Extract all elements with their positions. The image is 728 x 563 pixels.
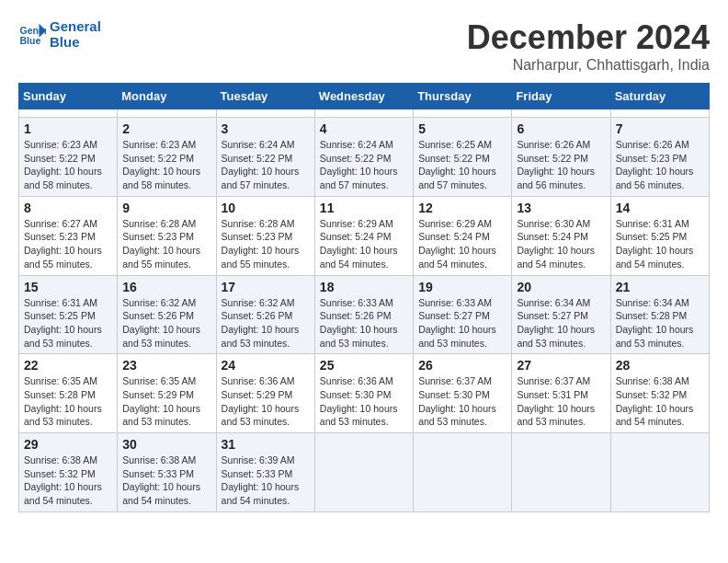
col-sunday: Sunday [19, 84, 118, 109]
day-number: 28 [616, 358, 704, 373]
calendar-cell [19, 109, 118, 118]
calendar-cell [610, 109, 709, 118]
day-info: Sunrise: 6:29 AM Sunset: 5:24 PM Dayligh… [320, 217, 408, 271]
day-number: 7 [616, 121, 704, 136]
day-number: 14 [616, 201, 704, 215]
day-number: 23 [122, 358, 210, 373]
day-number: 26 [418, 358, 506, 373]
day-info: Sunrise: 6:30 AM Sunset: 5:24 PM Dayligh… [517, 217, 605, 271]
calendar-table: Sunday Monday Tuesday Wednesday Thursday… [18, 83, 710, 512]
calendar-cell: 3Sunrise: 6:24 AM Sunset: 5:22 PM Daylig… [216, 118, 314, 197]
month-title: December 2024 [467, 18, 710, 57]
day-number: 10 [222, 201, 310, 215]
calendar-cell: 20Sunrise: 6:34 AM Sunset: 5:27 PM Dayli… [512, 275, 610, 354]
day-number: 9 [122, 201, 210, 215]
calendar-row-0 [19, 109, 710, 118]
day-number: 4 [320, 121, 408, 136]
day-number: 29 [24, 437, 112, 452]
day-number: 19 [418, 280, 506, 294]
calendar-cell [512, 433, 610, 512]
day-number: 1 [24, 121, 112, 136]
day-info: Sunrise: 6:31 AM Sunset: 5:25 PM Dayligh… [24, 296, 112, 350]
svg-text:Blue: Blue [20, 35, 41, 46]
day-info: Sunrise: 6:33 AM Sunset: 5:26 PM Dayligh… [320, 296, 408, 350]
day-info: Sunrise: 6:38 AM Sunset: 5:32 PM Dayligh… [616, 374, 704, 429]
calendar-cell: 22Sunrise: 6:35 AM Sunset: 5:28 PM Dayli… [19, 354, 118, 433]
calendar-cell [314, 109, 413, 118]
day-info: Sunrise: 6:28 AM Sunset: 5:23 PM Dayligh… [222, 217, 310, 271]
day-info: Sunrise: 6:35 AM Sunset: 5:29 PM Dayligh… [122, 374, 210, 429]
calendar-cell [414, 109, 512, 118]
day-info: Sunrise: 6:26 AM Sunset: 5:23 PM Dayligh… [616, 138, 704, 192]
day-number: 16 [122, 280, 210, 294]
day-number: 20 [517, 280, 605, 294]
day-info: Sunrise: 6:37 AM Sunset: 5:30 PM Dayligh… [418, 374, 506, 429]
calendar-cell: 23Sunrise: 6:35 AM Sunset: 5:29 PM Dayli… [118, 354, 216, 433]
calendar-cell [610, 433, 709, 512]
col-saturday: Saturday [610, 84, 709, 109]
calendar-cell: 12Sunrise: 6:29 AM Sunset: 5:24 PM Dayli… [414, 196, 512, 275]
calendar-cell: 25Sunrise: 6:36 AM Sunset: 5:30 PM Dayli… [314, 354, 413, 433]
calendar-cell: 21Sunrise: 6:34 AM Sunset: 5:28 PM Dayli… [610, 275, 709, 354]
calendar-cell: 9Sunrise: 6:28 AM Sunset: 5:23 PM Daylig… [118, 196, 216, 275]
day-number: 3 [222, 121, 310, 136]
day-number: 17 [222, 280, 310, 294]
day-number: 15 [24, 280, 112, 294]
day-info: Sunrise: 6:32 AM Sunset: 5:26 PM Dayligh… [222, 296, 310, 350]
calendar-cell: 4Sunrise: 6:24 AM Sunset: 5:22 PM Daylig… [314, 118, 413, 197]
day-info: Sunrise: 6:32 AM Sunset: 5:26 PM Dayligh… [122, 296, 210, 350]
day-number: 31 [222, 437, 310, 452]
day-info: Sunrise: 6:24 AM Sunset: 5:22 PM Dayligh… [222, 138, 310, 192]
day-info: Sunrise: 6:39 AM Sunset: 5:33 PM Dayligh… [222, 454, 310, 508]
calendar-cell: 28Sunrise: 6:38 AM Sunset: 5:32 PM Dayli… [610, 354, 709, 433]
day-number: 25 [320, 358, 408, 373]
calendar-cell [314, 433, 413, 512]
calendar-cell: 16Sunrise: 6:32 AM Sunset: 5:26 PM Dayli… [118, 275, 216, 354]
day-info: Sunrise: 6:23 AM Sunset: 5:22 PM Dayligh… [122, 138, 210, 192]
calendar-row-3: 15Sunrise: 6:31 AM Sunset: 5:25 PM Dayli… [19, 275, 710, 354]
calendar-cell: 30Sunrise: 6:38 AM Sunset: 5:33 PM Dayli… [118, 433, 216, 512]
day-info: Sunrise: 6:35 AM Sunset: 5:28 PM Dayligh… [24, 374, 112, 429]
calendar-cell: 8Sunrise: 6:27 AM Sunset: 5:23 PM Daylig… [19, 196, 118, 275]
day-info: Sunrise: 6:25 AM Sunset: 5:22 PM Dayligh… [418, 138, 506, 192]
day-number: 2 [122, 121, 210, 136]
calendar-header-row: Sunday Monday Tuesday Wednesday Thursday… [19, 84, 710, 109]
day-number: 21 [616, 280, 704, 294]
calendar-cell: 15Sunrise: 6:31 AM Sunset: 5:25 PM Dayli… [19, 275, 118, 354]
title-block: December 2024 Narharpur, Chhattisgarh, I… [467, 18, 710, 74]
calendar-cell: 26Sunrise: 6:37 AM Sunset: 5:30 PM Dayli… [414, 354, 512, 433]
location-title: Narharpur, Chhattisgarh, India [467, 57, 710, 74]
col-wednesday: Wednesday [314, 84, 413, 109]
calendar-cell: 11Sunrise: 6:29 AM Sunset: 5:24 PM Dayli… [314, 196, 413, 275]
day-number: 18 [320, 280, 408, 294]
logo-line1: General [50, 18, 101, 34]
day-info: Sunrise: 6:23 AM Sunset: 5:22 PM Dayligh… [24, 138, 112, 192]
day-info: Sunrise: 6:26 AM Sunset: 5:22 PM Dayligh… [517, 138, 605, 192]
calendar-cell [216, 109, 314, 118]
day-info: Sunrise: 6:38 AM Sunset: 5:32 PM Dayligh… [24, 454, 112, 508]
page-header: General Blue General Blue December 2024 … [18, 18, 710, 74]
logo-line2: Blue [50, 34, 101, 50]
calendar-cell: 29Sunrise: 6:38 AM Sunset: 5:32 PM Dayli… [19, 433, 118, 512]
calendar-cell: 2Sunrise: 6:23 AM Sunset: 5:22 PM Daylig… [118, 118, 216, 197]
day-number: 22 [24, 358, 112, 373]
day-info: Sunrise: 6:33 AM Sunset: 5:27 PM Dayligh… [418, 296, 506, 350]
col-thursday: Thursday [414, 84, 512, 109]
day-info: Sunrise: 6:27 AM Sunset: 5:23 PM Dayligh… [24, 217, 112, 271]
day-number: 13 [517, 201, 605, 215]
calendar-cell: 18Sunrise: 6:33 AM Sunset: 5:26 PM Dayli… [314, 275, 413, 354]
calendar-row-4: 22Sunrise: 6:35 AM Sunset: 5:28 PM Dayli… [19, 354, 710, 433]
day-info: Sunrise: 6:37 AM Sunset: 5:31 PM Dayligh… [517, 374, 605, 429]
col-monday: Monday [118, 84, 216, 109]
calendar-cell: 6Sunrise: 6:26 AM Sunset: 5:22 PM Daylig… [512, 118, 610, 197]
day-number: 27 [517, 358, 605, 373]
calendar-cell: 27Sunrise: 6:37 AM Sunset: 5:31 PM Dayli… [512, 354, 610, 433]
calendar-cell [512, 109, 610, 118]
calendar-row-5: 29Sunrise: 6:38 AM Sunset: 5:32 PM Dayli… [19, 433, 710, 512]
day-number: 11 [320, 201, 408, 215]
col-friday: Friday [512, 84, 610, 109]
day-info: Sunrise: 6:28 AM Sunset: 5:23 PM Dayligh… [122, 217, 210, 271]
calendar-cell: 7Sunrise: 6:26 AM Sunset: 5:23 PM Daylig… [610, 118, 709, 197]
day-info: Sunrise: 6:34 AM Sunset: 5:27 PM Dayligh… [517, 296, 605, 350]
day-number: 8 [24, 201, 112, 215]
